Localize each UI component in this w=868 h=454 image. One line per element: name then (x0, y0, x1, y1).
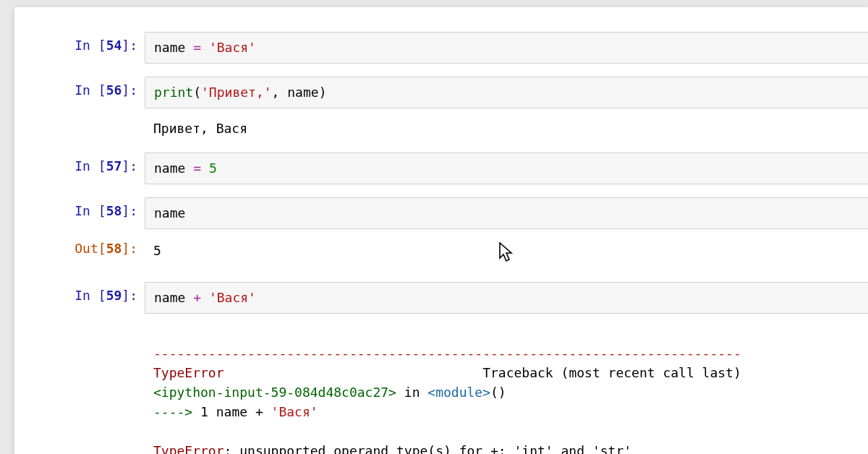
stdout-56: Привет, Вася (145, 114, 868, 147)
prompt-in-57: In [57]: (14, 153, 145, 179)
out-value-58: 5 (145, 235, 868, 269)
cell-in-58: In [58]: name (14, 194, 868, 232)
prompt-empty (14, 114, 145, 126)
prompt-empty (14, 320, 145, 331)
prompt-in-56: In [56]: (14, 77, 145, 103)
cell-in-59: In [59]: name + 'Вася' (14, 279, 868, 317)
prompt-out-58: Out[58]: (14, 235, 145, 262)
cell-out-58: Out[58]: 5 (14, 232, 868, 272)
code-input-57[interactable]: name = 5 (145, 153, 868, 184)
cell-in-54: In [54]: name = 'Вася' (14, 29, 868, 67)
notebook-sheet: In [54]: name = 'Вася' In [56]: print('П… (14, 7, 868, 454)
prompt-in-label: In (75, 38, 98, 53)
code-input-59[interactable]: name + 'Вася' (145, 282, 868, 314)
code-input-56[interactable]: print('Привет,', name) (145, 77, 868, 108)
prompt-in-59: In [59]: (14, 282, 145, 309)
cell-in-56: In [56]: print('Привет,', name) (14, 74, 868, 111)
cell-in-57: In [57]: name = 5 (14, 150, 868, 187)
code-input-54[interactable]: name = 'Вася' (145, 32, 868, 64)
cell-traceback-59: ----------------------------------------… (14, 317, 868, 454)
cell-stdout-56: Привет, Вася (14, 111, 868, 150)
prompt-in-58: In [58]: (14, 197, 145, 224)
traceback-59: ----------------------------------------… (145, 320, 868, 454)
prompt-in-54: In [54]: (14, 32, 145, 59)
code-input-58[interactable]: name (145, 197, 868, 229)
